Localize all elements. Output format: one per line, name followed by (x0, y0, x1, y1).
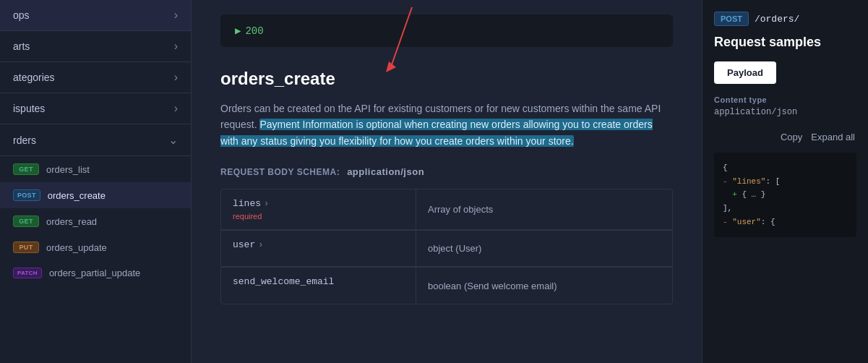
field-left-user: user › (221, 231, 416, 266)
sidebar-item-orders-create-label: orders_create (48, 190, 106, 201)
section-title: orders_create (220, 69, 673, 89)
right-panel: POST /orders/ Request samples Payload Co… (702, 0, 868, 363)
method-badge-post: POST (13, 189, 40, 201)
field-name-user-text: user (233, 239, 255, 250)
sidebar-item-orders-create[interactable]: POST orders_create (0, 182, 191, 208)
content-type-value: application/json (714, 107, 856, 117)
red-arrow-annotation (376, 4, 419, 76)
chevron-right-icon: › (174, 9, 178, 22)
sidebar-group-arts-label: arts (13, 40, 30, 52)
field-name-user: user › (233, 239, 404, 250)
sidebar-group-orders[interactable]: rders ⌄ (0, 124, 191, 156)
field-name-send-welcome-text: send_welcome_email (233, 276, 334, 287)
panel-actions: Copy Expand all (714, 129, 856, 145)
sidebar-item-orders-read-label: orders_read (46, 216, 97, 227)
sidebar-item-orders-update[interactable]: PUT orders_update (0, 234, 191, 260)
chevron-right-icon: › (174, 40, 178, 53)
code-line-2: - "lines": [ (723, 175, 848, 189)
copy-button[interactable]: Copy (779, 129, 804, 145)
expand-arrow-icon: ▶ (235, 25, 241, 37)
sidebar-item-orders-partial-update[interactable]: PATCH orders_partial_update (0, 260, 191, 286)
method-badge-get: GET (13, 215, 39, 227)
field-expand-arrow-icon[interactable]: › (264, 199, 269, 209)
response-area: ▶ 200 (220, 14, 673, 47)
sidebar-group-orders-label: rders (13, 134, 36, 146)
schema-content-type: application/json (347, 166, 424, 177)
field-type-send-welcome-text: boolean (Send welcome email) (428, 281, 557, 291)
table-row: send_welcome_email boolean (Send welcome… (221, 268, 672, 304)
sidebar-item-orders-update-label: orders_update (46, 242, 107, 253)
svg-line-0 (390, 7, 412, 69)
content-type-label: Content type (714, 95, 856, 104)
sidebar-item-orders-read[interactable]: GET orders_read (0, 208, 191, 234)
method-badge-put: PUT (13, 242, 39, 253)
expand-all-button[interactable]: Expand all (809, 129, 856, 145)
chevron-right-icon: › (174, 102, 178, 115)
field-type-user: object (User) (416, 231, 672, 266)
sidebar-group-ops-label: ops (13, 9, 30, 21)
code-block: { - "lines": [ + { … } ], - "user": { (714, 153, 856, 237)
code-line-4: ], (723, 202, 848, 215)
section-description: Orders can be created on the API for exi… (220, 101, 673, 149)
payload-button[interactable]: Payload (714, 61, 776, 84)
code-line-5: - "user": { (723, 215, 848, 229)
field-required-lines: required (233, 212, 404, 221)
response-code[interactable]: ▶ 200 (235, 25, 658, 37)
sidebar-item-orders-partial-update-label: orders_partial_update (49, 268, 140, 278)
main-content: ▶ 200 orders_create Orders can be create… (192, 0, 702, 363)
svg-marker-1 (386, 61, 396, 72)
sidebar-group-categories[interactable]: ategories › (0, 62, 191, 93)
method-post-badge: POST (714, 12, 749, 26)
field-type-lines: Array of objects (416, 189, 672, 229)
field-name-send-welcome: send_welcome_email (233, 276, 404, 287)
field-expand-arrow-icon[interactable]: › (258, 240, 263, 250)
sidebar-group-categories-label: ategories (13, 72, 55, 83)
sidebar-group-arts[interactable]: arts › (0, 31, 191, 62)
schema-table: lines › required Array of objects user ›… (220, 189, 673, 304)
sidebar-item-orders-list-label: orders_list (46, 164, 90, 175)
sidebar-group-ops[interactable]: ops › (0, 0, 191, 31)
sidebar-item-orders-list[interactable]: GET orders_list (0, 156, 191, 182)
method-endpoint-tag: POST /orders/ (714, 12, 799, 26)
field-name-lines-text: lines (233, 198, 261, 209)
response-code-value: 200 (245, 25, 263, 37)
schema-header: REQUEST BODY SCHEMA: application/json (220, 166, 673, 177)
chevron-right-icon: › (174, 71, 178, 84)
method-badge-patch: PATCH (13, 268, 42, 278)
field-left-lines: lines › required (221, 189, 416, 229)
right-panel-title: Request samples (714, 35, 856, 50)
table-row: lines › required Array of objects (221, 189, 672, 230)
chevron-down-icon: ⌄ (168, 133, 178, 147)
field-left-send-welcome: send_welcome_email (221, 268, 416, 304)
code-line-3: + { … } (723, 188, 848, 202)
endpoint-path: /orders/ (755, 14, 799, 25)
field-type-lines-text: Array of objects (428, 204, 493, 215)
section-desc-highlight: Payment Information is optional when cre… (220, 119, 653, 146)
schema-label: REQUEST BODY SCHEMA: (220, 167, 340, 177)
method-badge-get: GET (13, 163, 39, 175)
field-type-user-text: object (User) (428, 243, 481, 254)
sidebar-group-disputes[interactable]: isputes › (0, 93, 191, 124)
table-row: user › object (User) (221, 231, 672, 267)
field-name-lines: lines › (233, 198, 404, 209)
code-line-1: { (723, 161, 848, 175)
field-type-send-welcome: boolean (Send welcome email) (416, 268, 672, 304)
sidebar: ops › arts › ategories › isputes › rders… (0, 0, 192, 363)
sidebar-group-disputes-label: isputes (13, 103, 45, 114)
